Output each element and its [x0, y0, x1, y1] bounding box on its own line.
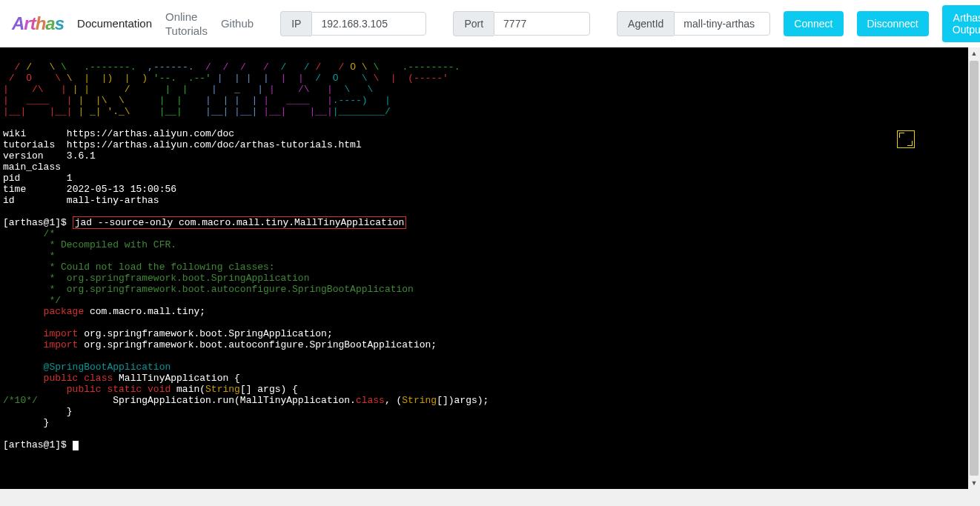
nav-tutorials[interactable]: Online Tutorials	[165, 10, 208, 39]
scrollbar[interactable]: ▲ ▼	[968, 47, 980, 489]
arthas-output-button[interactable]: Arthas Output	[942, 5, 980, 42]
import-line: import org.springframework.boot.autoconf…	[3, 339, 437, 350]
ip-field-group: IP	[280, 11, 426, 36]
comment-line: /*	[3, 228, 55, 239]
port-input[interactable]	[494, 12, 590, 36]
agentid-input[interactable]	[674, 12, 770, 36]
class-decl-line: public class MallTinyApplication {	[3, 373, 240, 384]
nav-documentation[interactable]: Documentation	[77, 16, 152, 31]
ip-input[interactable]	[311, 12, 426, 36]
connect-button[interactable]: Connect	[784, 11, 843, 36]
terminal-output: / / \ \ .-------. ,------. / / / / / / /…	[3, 47, 977, 453]
info-time: time 2022-05-13 15:00:56	[3, 184, 176, 195]
comment-line: * Decompiled with CFR.	[3, 239, 176, 250]
run-line: /*10*/ SpringApplication.run(MallTinyApp…	[3, 395, 489, 406]
prompt-line-2: [arthas@1]$	[3, 439, 79, 450]
info-wiki: wiki https://arthas.aliyun.com/doc	[3, 128, 234, 139]
annotation-line: @SpringBootApplication	[3, 362, 170, 373]
info-tutorials: tutorials https://arthas.aliyun.com/doc/…	[3, 139, 362, 150]
import-line: import org.springframework.boot.SpringAp…	[3, 328, 333, 339]
comment-line: * org.springframework.boot.SpringApplica…	[3, 273, 309, 284]
port-label: Port	[453, 11, 494, 36]
scroll-down-icon[interactable]: ▼	[968, 477, 980, 489]
scroll-up-icon[interactable]: ▲	[968, 47, 980, 59]
highlighted-command: jad --source-only com.macro.mall.tiny.Ma…	[73, 216, 407, 229]
terminal-panel[interactable]: / / \ \ .-------. ,------. / / / / / / /…	[0, 47, 980, 489]
info-pid: pid 1	[3, 173, 73, 184]
comment-line: *	[3, 250, 55, 262]
disconnect-button[interactable]: Disconnect	[857, 11, 929, 36]
ip-label: IP	[280, 11, 311, 36]
info-mainclass: main_class	[3, 162, 61, 173]
header-toolbar: Arthas Documentation Online Tutorials Gi…	[0, 0, 980, 47]
prompt-line-1: [arthas@1]$ jad --source-only com.macro.…	[3, 216, 406, 229]
cursor-icon	[73, 441, 79, 450]
arthas-logo: Arthas	[12, 13, 64, 34]
bottom-bar	[0, 489, 980, 506]
brace-close: }	[3, 406, 73, 417]
comment-line: * Could not load the following classes:	[3, 262, 275, 273]
info-version: version 3.6.1	[3, 150, 96, 162]
main-decl-line: public static void main(String[] args) {	[3, 384, 298, 395]
comment-line: * org.springframework.boot.autoconfigure…	[3, 284, 414, 295]
fullscreen-icon[interactable]	[897, 130, 915, 148]
comment-line: */	[3, 295, 61, 306]
brace-close: }	[3, 417, 49, 428]
package-line: package com.macro.mall.tiny;	[3, 306, 205, 317]
agentid-label: AgentId	[617, 11, 674, 36]
agentid-field-group: AgentId	[617, 11, 770, 36]
info-id: id mall-tiny-arthas	[3, 195, 159, 206]
port-field-group: Port	[453, 11, 590, 36]
nav-github[interactable]: Github	[221, 16, 254, 31]
scrollbar-thumb[interactable]	[970, 61, 979, 476]
